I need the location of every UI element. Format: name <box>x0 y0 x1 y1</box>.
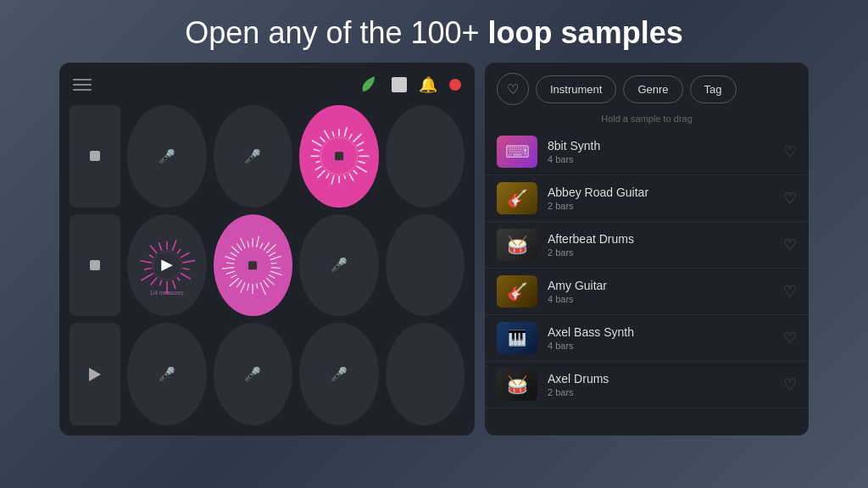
main-layout: 🔔 🎤 🎤 <box>0 63 868 435</box>
title-bold: loop samples <box>488 15 683 50</box>
metronome-icon[interactable]: 🔔 <box>419 75 437 94</box>
sample-thumb <box>497 275 537 308</box>
mic-icon-blue-3: 🎤 <box>331 366 348 382</box>
mic-icon-2: 🎤 <box>331 257 348 273</box>
row2-wave-svg <box>131 219 203 312</box>
sample-info: Axel Bass Synth 4 bars <box>548 325 783 351</box>
pad-2-4[interactable]: 🎤 <box>299 214 379 317</box>
circular-wave-svg <box>303 110 375 202</box>
svg-line-56 <box>269 274 275 278</box>
sample-heart-icon[interactable]: ♡ <box>783 282 797 301</box>
sample-item[interactable]: Afterbeat Drums 2 bars ♡ <box>485 222 809 269</box>
sample-name: Abbey Road Guitar <box>548 186 783 199</box>
sample-name: Afterbeat Drums <box>548 232 783 246</box>
svg-line-33 <box>177 277 180 280</box>
sample-thumb <box>497 229 537 261</box>
sample-info: Abbey Road Guitar 2 bars <box>548 186 783 211</box>
svg-line-60 <box>257 283 258 288</box>
pad-3-5[interactable] <box>386 323 465 425</box>
svg-line-2 <box>349 134 352 139</box>
svg-line-50 <box>266 244 275 252</box>
sample-item[interactable]: Axel Drums 2 bars ♡ <box>485 362 809 408</box>
svg-line-28 <box>177 249 181 253</box>
side-button-1[interactable] <box>70 105 120 208</box>
svg-line-34 <box>172 280 175 288</box>
hamburger-menu[interactable] <box>73 79 92 91</box>
svg-line-22 <box>324 130 329 139</box>
svg-line-70 <box>225 256 235 259</box>
sample-thumb <box>497 322 537 354</box>
sample-header: ♡ Instrument Genre Tag <box>485 63 809 112</box>
pad-1-3[interactable]: 🎤 <box>214 105 293 208</box>
pad-2-2[interactable]: 1/4 measures <box>127 214 207 317</box>
svg-line-67 <box>226 271 235 274</box>
svg-line-51 <box>269 252 275 256</box>
svg-line-62 <box>248 283 249 290</box>
side-button-3[interactable] <box>70 323 120 425</box>
sample-heart-icon[interactable]: ♡ <box>783 329 797 347</box>
record-button[interactable] <box>449 79 461 91</box>
svg-line-10 <box>349 174 353 181</box>
instrument-filter-button[interactable]: Instrument <box>536 75 616 103</box>
svg-line-74 <box>241 238 245 248</box>
svg-line-57 <box>266 278 274 285</box>
svg-line-37 <box>150 277 157 285</box>
svg-line-72 <box>231 246 239 252</box>
pad-2-3[interactable] <box>214 214 293 317</box>
svg-line-73 <box>236 243 242 250</box>
svg-line-20 <box>312 141 322 147</box>
sample-heart-icon[interactable]: ♡ <box>783 236 797 254</box>
sample-thumb <box>497 136 537 168</box>
sample-item[interactable]: Amy Guitar 4 bars ♡ <box>485 269 809 315</box>
sample-name: Axel Drums <box>548 372 783 385</box>
svg-rect-25 <box>335 152 343 160</box>
sample-item[interactable]: 8bit Synth 4 bars ♡ <box>485 129 809 175</box>
sample-bars: 2 bars <box>548 247 783 258</box>
pad-1-4[interactable] <box>299 105 379 208</box>
pad-3-4[interactable]: 🎤 <box>299 323 379 425</box>
pad-3-2[interactable]: 🎤 <box>127 323 207 425</box>
svg-line-19 <box>314 149 320 151</box>
stop-button[interactable] <box>392 77 407 92</box>
svg-line-31 <box>182 268 189 269</box>
sample-bars: 4 bars <box>548 341 783 351</box>
sample-heart-icon[interactable]: ♡ <box>783 142 797 161</box>
svg-marker-45 <box>161 259 172 270</box>
svg-line-5 <box>358 150 363 152</box>
sample-item[interactable]: Axel Bass Synth 4 bars ♡ <box>485 315 809 362</box>
pad-1-5[interactable] <box>386 105 465 208</box>
sample-name: Amy Guitar <box>548 279 783 292</box>
svg-line-15 <box>317 170 325 178</box>
svg-line-55 <box>270 271 282 274</box>
svg-line-71 <box>231 252 236 256</box>
svg-line-49 <box>264 242 270 251</box>
svg-line-41 <box>149 255 153 258</box>
svg-rect-76 <box>248 261 257 269</box>
sample-name: Axel Bass Synth <box>548 325 783 339</box>
svg-line-36 <box>159 280 161 285</box>
sample-heart-icon[interactable]: ♡ <box>783 189 797 208</box>
svg-line-13 <box>331 175 334 185</box>
pad-1-2[interactable]: 🎤 <box>127 105 207 208</box>
svg-line-4 <box>356 141 364 146</box>
svg-line-52 <box>270 256 281 259</box>
svg-line-1 <box>344 127 347 136</box>
pad-2-5[interactable] <box>386 214 465 317</box>
svg-line-59 <box>260 282 266 295</box>
sample-heart-icon[interactable]: ♡ <box>783 375 797 394</box>
mic-icon: 🎤 <box>244 148 261 164</box>
sample-info: Amy Guitar 4 bars <box>548 279 783 304</box>
pad-3-3[interactable]: 🎤 <box>214 323 293 425</box>
svg-line-11 <box>344 175 345 179</box>
svg-line-17 <box>315 161 320 162</box>
leaf-icon <box>356 73 380 97</box>
svg-line-9 <box>353 170 357 175</box>
daw-grid: 🎤 🎤 <box>70 105 465 425</box>
tag-filter-button[interactable]: Tag <box>690 75 737 103</box>
side-button-2[interactable] <box>70 214 120 317</box>
sample-item[interactable]: Abbey Road Guitar 2 bars ♡ <box>485 175 809 222</box>
drag-hint: Hold a sample to drag <box>485 112 809 129</box>
favorites-button[interactable]: ♡ <box>497 73 529 105</box>
genre-filter-button[interactable]: Genre <box>623 75 682 103</box>
sample-bars: 4 bars <box>548 154 783 164</box>
